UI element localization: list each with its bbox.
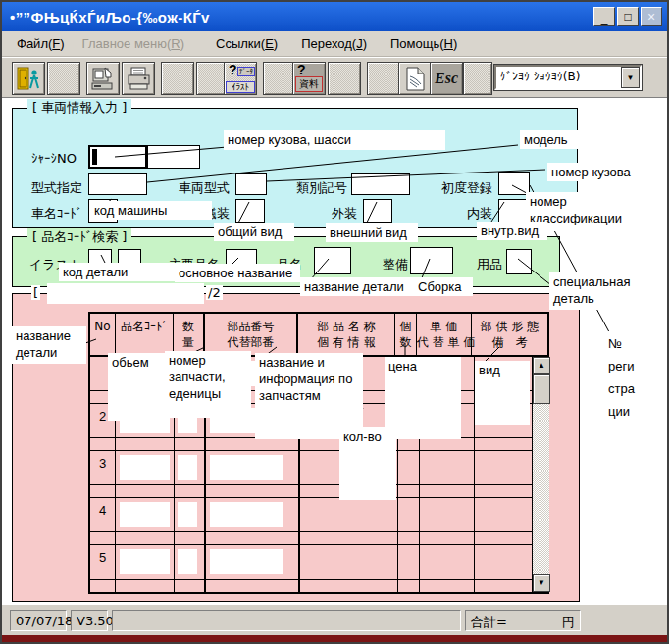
toolbar-blank-button <box>161 62 194 95</box>
interior-label: 内装 <box>467 205 492 223</box>
supply-form-cell[interactable] <box>475 451 534 497</box>
close-button[interactable]: × <box>641 7 662 26</box>
bottom-edge-strip <box>2 635 667 642</box>
toolbar-blank-button <box>463 62 492 95</box>
th-unit-price: 単 価代 替 単 価 <box>417 314 472 355</box>
annotation-part-name: название детали <box>300 277 416 296</box>
vertical-scrollbar[interactable]: ▲ ▼ <box>532 357 549 592</box>
annotation-table-part-name: название детали <box>12 326 86 364</box>
question-icon: ? <box>229 62 237 77</box>
th-part-number: 部品番号代替部番 <box>205 314 298 355</box>
model-spec-input[interactable] <box>88 173 147 195</box>
part-code-cell[interactable] <box>120 502 170 527</box>
page-indicator-bracket: [ <box>31 285 40 300</box>
table-row: 4 <box>90 498 547 545</box>
annotation-chassis: номер кузова, шасси <box>224 130 445 150</box>
part-code-cell[interactable] <box>120 549 170 574</box>
annotation-body-number: номер кузова <box>547 163 651 181</box>
help-material-button[interactable]: ? 資料 <box>292 62 326 95</box>
row-number: 5 <box>90 545 116 592</box>
chassis-no-input-secondary[interactable] <box>147 145 200 169</box>
first-registration-label: 初度登録 <box>441 179 492 197</box>
menu-item-file[interactable]: Файл(F) <box>8 33 74 54</box>
scroll-up-button[interactable]: ▲ <box>533 357 550 374</box>
rigging-input[interactable] <box>235 199 265 223</box>
page-indicator-suffix: /2 <box>206 285 223 300</box>
menu-item-transition[interactable]: Переход(J) <box>292 33 376 54</box>
menu-item-links[interactable]: Ссылки(E) <box>207 33 286 54</box>
model-spec-label: 型式指定 <box>31 179 82 197</box>
annotation-car-code: код машины <box>90 201 212 220</box>
annotation-kind: вид <box>475 361 530 425</box>
class-code-label: 類別記号 <box>296 179 347 197</box>
annotation-registration: № реги стра ции <box>604 331 653 423</box>
annotation-assembly: Сборка <box>414 277 473 296</box>
exterior-input[interactable] <box>363 199 392 223</box>
th-part-name-info: 部 品 名 称個 有 情 報 <box>298 314 395 355</box>
quantity-cell[interactable] <box>178 455 197 480</box>
supply-form-cell[interactable] <box>475 545 534 592</box>
scroll-down-button[interactable]: ▼ <box>533 574 550 592</box>
print-button[interactable] <box>122 62 155 95</box>
toolbar-blank-button <box>367 62 400 95</box>
class-code-input[interactable] <box>351 173 410 195</box>
status-total: 合計= 円 <box>465 610 581 631</box>
part-code-cell[interactable] <box>120 455 170 480</box>
door-exit-icon <box>16 66 42 92</box>
supplies-input[interactable] <box>506 249 532 274</box>
maximize-button[interactable]: □ <box>617 7 639 26</box>
vehicle-model-input[interactable] <box>235 173 267 195</box>
annotation-interior-view: внутр.вид <box>477 222 547 240</box>
menu-item-main-menu: Главное меню(R) <box>74 33 193 54</box>
unit-price-cell[interactable] <box>420 451 475 497</box>
document-sketch-button[interactable] <box>398 62 432 95</box>
parts-table-header: No 品名ｺｰﾄﾞ 数量 部品番号代替部番 部 品 名 称個 有 情 報 個数 … <box>90 314 547 357</box>
table-row: 5 <box>90 545 547 592</box>
monitor-icon <box>90 66 117 92</box>
chassis-no-input[interactable] <box>88 145 147 169</box>
toolbar-blank-button <box>47 62 80 95</box>
vehicle-model-label: 車両型式 <box>179 179 230 197</box>
status-message <box>112 610 461 631</box>
part-number-cell[interactable] <box>210 502 283 527</box>
count-cell[interactable] <box>398 498 420 544</box>
count-cell[interactable] <box>398 545 420 592</box>
supply-form-cell[interactable] <box>475 498 534 544</box>
category-dropdown[interactable]: ｹﾞﾝﾖｳ ｼｮｳﾖｳ(B) ▼ <box>494 65 642 90</box>
unit-price-cell[interactable] <box>420 545 475 592</box>
part-number-cell[interactable] <box>210 455 283 480</box>
quantity-cell[interactable] <box>178 502 197 527</box>
dropdown-arrow-icon[interactable]: ▼ <box>621 67 640 88</box>
row-number: 4 <box>90 498 116 544</box>
maintenance-input[interactable] <box>410 247 453 274</box>
row-number: 3 <box>90 451 116 497</box>
scroll-thumb[interactable] <box>533 374 550 404</box>
minimize-button[interactable]: _ <box>593 7 615 26</box>
dropdown-value: ｹﾞﾝﾖｳ ｼｮｳﾖｳ(B) <box>496 67 621 88</box>
part-name-input[interactable] <box>314 247 351 274</box>
interior-input[interactable] <box>498 199 528 223</box>
annotation-quantity: кол-во <box>339 427 396 500</box>
title-bar: •””ФЊцЌхЃиЉо-{‰ож-КЃv _ □ × <box>2 2 667 31</box>
count-cell[interactable] <box>398 451 420 497</box>
window-title: •””ФЊцЌхЃиЉо-{‰ож-КЃv <box>10 9 210 25</box>
exit-button[interactable] <box>12 62 45 95</box>
question-icon: ? <box>297 62 306 77</box>
annotation-exterior-view: внешний вид <box>326 223 418 242</box>
th-no: No <box>90 314 116 355</box>
quantity-cell[interactable] <box>178 549 197 574</box>
total-label: 合計= <box>471 614 507 627</box>
unit-price-cell[interactable] <box>420 498 475 544</box>
print-preview-button[interactable] <box>86 62 120 95</box>
help-data-illustration-button[interactable]: ? ﾃﾞｰﾀ ｲﾗｽﾄ <box>224 62 257 95</box>
esc-icon: Esc <box>435 70 458 87</box>
part-name-cell[interactable] <box>300 498 398 544</box>
part-number-cell[interactable] <box>210 549 283 574</box>
part-name-cell[interactable] <box>300 545 398 592</box>
status-version: V3.50 <box>71 610 108 631</box>
illustration-tag-label: ｲﾗｽﾄ <box>226 81 255 93</box>
menu-item-help[interactable]: Помощь(H) <box>382 33 466 54</box>
esc-button[interactable]: Esc <box>430 62 463 95</box>
car-name-code-label: 車名ｺｰﾄﾞ <box>31 205 82 223</box>
annotation-base-name: основное название <box>175 264 300 282</box>
